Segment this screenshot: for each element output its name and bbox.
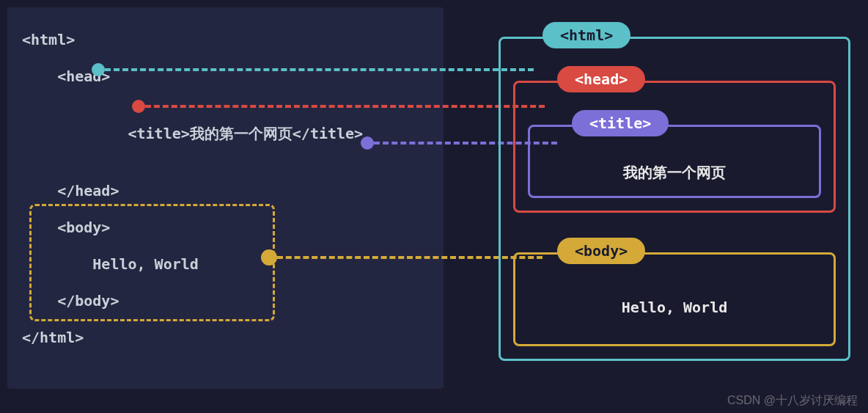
- body-dashed-highlight: [29, 204, 275, 321]
- title-pill: <title>: [572, 110, 669, 136]
- html-pill: <html>: [542, 22, 630, 48]
- body-dot: [261, 249, 277, 266]
- code-line-html-open: <html>: [22, 29, 429, 50]
- body-content: Hello, World: [513, 299, 836, 316]
- title-open-tag: <title>: [57, 125, 190, 142]
- code-line-title: <title>我的第一个网页</title>: [22, 103, 429, 164]
- watermark: CSDN @十八岁讨厌编程: [727, 393, 858, 409]
- title-content: 我的第一个网页: [528, 163, 821, 183]
- html-dot: [92, 63, 105, 76]
- head-dot: [132, 100, 145, 113]
- title-text: 我的第一个网页: [190, 125, 293, 142]
- head-connector: [145, 105, 545, 108]
- title-box: [528, 125, 821, 198]
- title-dot: [361, 136, 374, 150]
- head-pill: <head>: [557, 66, 645, 92]
- body-pill: <body>: [557, 238, 645, 264]
- html-pill-label: <html>: [560, 26, 613, 44]
- code-line-html-close: </html>: [22, 327, 429, 348]
- head-pill-label: <head>: [575, 70, 628, 88]
- html-connector: [105, 68, 534, 71]
- diagram-panel: <html> <head> <title> 我的第一个网页 <body> Hel…: [499, 23, 850, 361]
- code-line-head-close: </head>: [22, 180, 429, 201]
- title-pill-label: <title>: [589, 114, 651, 132]
- title-close-tag: </title>: [293, 125, 363, 142]
- body-pill-label: <body>: [575, 242, 628, 260]
- code-panel: <html> <head> <title>我的第一个网页</title> </h…: [7, 7, 444, 389]
